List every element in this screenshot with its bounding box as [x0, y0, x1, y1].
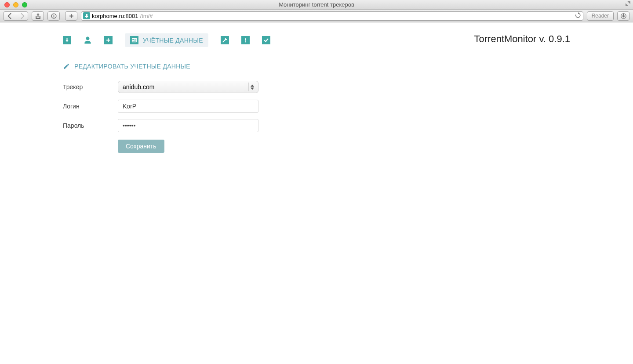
tracker-value: anidub.com — [123, 83, 154, 90]
save-button-label: Сохранить — [126, 143, 156, 150]
svg-rect-9 — [245, 41, 246, 42]
share-button[interactable] — [32, 11, 44, 21]
reload-button[interactable] — [575, 12, 581, 20]
svg-rect-4 — [132, 39, 134, 40]
svg-rect-8 — [245, 38, 246, 40]
window-titlebar: Мониторинг torrent трекеров — [0, 0, 633, 10]
alert-icon[interactable] — [241, 36, 250, 44]
password-label: Пароль — [63, 122, 118, 129]
section-header: РЕДАКТИРОВАТЬ УЧЕТНЫЕ ДАННЫЕ — [63, 63, 190, 70]
pencil-icon — [63, 63, 70, 70]
browser-toolbar: korphome.ru:8001/tm/# Reader — [0, 10, 633, 22]
downloads-button[interactable] — [617, 11, 629, 21]
url-bar[interactable]: korphome.ru:8001/tm/# — [81, 11, 583, 21]
minimize-window-button[interactable] — [13, 2, 18, 7]
user-icon[interactable] — [84, 36, 92, 44]
page-content: УЧЁТНЫЕ ДАННЫЕ TorrentMonitor v. 0.9.1 Р… — [0, 22, 633, 364]
nav-buttons — [4, 11, 28, 21]
svg-rect-7 — [132, 41, 136, 41]
credentials-form: Трекер anidub.com Логин Пароль — [63, 77, 261, 153]
app-title: TorrentMonitor v. 0.9.1 — [474, 33, 570, 45]
wrench-icon[interactable] — [221, 36, 229, 44]
password-input[interactable] — [118, 119, 258, 132]
stop-button[interactable] — [47, 11, 60, 21]
favicon-icon — [83, 12, 90, 19]
check-icon[interactable] — [262, 36, 270, 44]
chevron-updown-icon — [248, 83, 255, 91]
login-input[interactable] — [118, 100, 258, 113]
close-window-button[interactable] — [4, 2, 10, 7]
traffic-lights — [0, 2, 27, 7]
credentials-tab[interactable]: УЧЁТНЫЕ ДАННЫЕ — [125, 33, 208, 47]
reader-button[interactable]: Reader — [587, 11, 614, 21]
forward-button[interactable] — [16, 11, 28, 21]
save-button[interactable]: Сохранить — [118, 140, 164, 153]
top-nav: УЧЁТНЫЕ ДАННЫЕ — [63, 33, 270, 47]
url-path: /tm/# — [140, 13, 153, 19]
section-title: РЕДАКТИРОВАТЬ УЧЕТНЫЕ ДАННЫЕ — [74, 63, 190, 70]
back-button[interactable] — [4, 11, 16, 21]
tracker-select[interactable]: anidub.com — [118, 81, 258, 93]
download-icon[interactable] — [63, 36, 71, 44]
tracker-label: Трекер — [63, 83, 118, 90]
url-host: korphome.ru:8001 — [92, 13, 138, 19]
svg-rect-1 — [53, 14, 54, 18]
login-row: Логин — [63, 97, 261, 116]
reader-label: Reader — [592, 13, 609, 19]
add-bookmark-button[interactable] — [65, 11, 77, 21]
fullscreen-icon[interactable] — [626, 1, 630, 7]
svg-rect-5 — [135, 39, 137, 40]
id-card-icon — [130, 36, 138, 44]
add-icon[interactable] — [104, 36, 113, 44]
login-label: Логин — [63, 103, 118, 110]
tracker-row: Трекер anidub.com — [63, 77, 261, 97]
password-row: Пароль — [63, 116, 261, 135]
credentials-tab-label: УЧЁТНЫЕ ДАННЫЕ — [143, 37, 203, 44]
svg-rect-6 — [135, 40, 137, 40]
zoom-window-button[interactable] — [22, 2, 27, 7]
window-title: Мониторинг torrent трекеров — [0, 1, 633, 8]
